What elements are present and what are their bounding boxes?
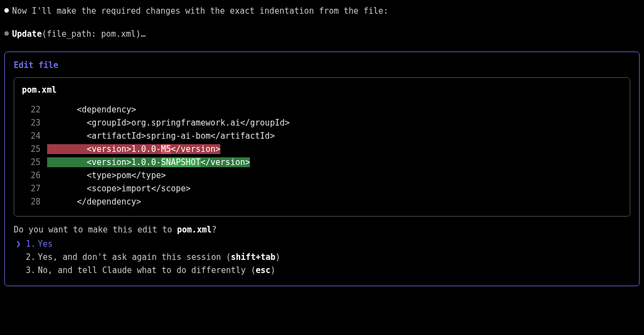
option-label: Yes xyxy=(38,237,53,251)
code-line: 27 <scope>import</scope> xyxy=(22,182,622,195)
edit-file-panel: Edit file pom.xml 22 <dependency> 23 <gr… xyxy=(4,52,640,286)
ellipsis: … xyxy=(141,29,146,39)
line-content: <dependency> xyxy=(47,103,622,116)
code-line: 26 <type>pom</type> xyxy=(22,169,622,182)
option-label: No, and tell Claude what to do different… xyxy=(38,264,275,277)
line-number: 27 xyxy=(22,182,47,195)
line-content: </dependency> xyxy=(47,195,622,208)
diff-view: pom.xml 22 <dependency> 23 <groupId>org.… xyxy=(14,77,630,217)
line-content: <type>pom</type> xyxy=(47,169,622,182)
line-content: <groupId>org.springframework.ai</groupId… xyxy=(47,116,622,129)
assistant-message: Now I'll make the required changes with … xyxy=(4,4,640,18)
line-number: 26 xyxy=(22,169,47,182)
dot-icon xyxy=(4,31,9,36)
code-line-removed: 25 <version>1.0.0-M5</version> xyxy=(22,143,622,156)
option-yes-dont-ask[interactable]: 2. Yes, and don't ask again this session… xyxy=(14,251,630,264)
panel-title: Edit file xyxy=(14,59,630,72)
tool-name: Update xyxy=(12,29,42,39)
line-number: 28 xyxy=(22,195,47,208)
removed-fragment: M5 xyxy=(161,144,171,154)
confirmation-question: Do you want to make this edit to pom.xml… xyxy=(14,223,630,236)
code-line: 23 <groupId>org.springframework.ai</grou… xyxy=(22,116,622,129)
option-yes[interactable]: ❯ 1. Yes xyxy=(14,237,630,251)
code-line-added: 25 <version>1.0.0-SNAPSHOT</version> xyxy=(22,156,622,169)
line-number: 25 xyxy=(22,143,47,156)
option-number: 2. xyxy=(26,251,36,264)
line-number: 24 xyxy=(22,129,47,143)
question-target-file: pom.xml xyxy=(177,225,212,235)
option-number: 1. xyxy=(26,237,36,251)
shortcut-key: shift+tab xyxy=(231,252,275,262)
tool-call-line: Update(file_path: pom.xml)… xyxy=(4,27,640,41)
tool-args: (file_path: pom.xml) xyxy=(42,29,141,39)
message-text: Now I'll make the required changes with … xyxy=(12,4,388,18)
option-no[interactable]: 3. No, and tell Claude what to do differ… xyxy=(14,264,630,277)
line-number: 25 xyxy=(22,156,47,169)
code-line: 24 <artifactId>spring-ai-bom</artifactId… xyxy=(22,129,622,143)
code-line: 22 <dependency> xyxy=(22,103,622,116)
option-number: 3. xyxy=(26,264,36,277)
option-label: Yes, and don't ask again this session (s… xyxy=(38,251,281,264)
tool-call-text: Update(file_path: pom.xml)… xyxy=(12,27,146,41)
dot-icon xyxy=(4,8,9,13)
line-number: 22 xyxy=(22,103,47,116)
code-line: 28 </dependency> xyxy=(22,195,622,208)
line-content: <scope>import</scope> xyxy=(47,182,622,195)
diff-filename: pom.xml xyxy=(22,83,622,96)
added-fragment: SNAPSHOT xyxy=(161,157,201,167)
line-number: 23 xyxy=(22,116,47,129)
caret-icon: ❯ xyxy=(16,237,24,251)
line-content: <version>1.0.0-SNAPSHOT</version> xyxy=(47,156,622,169)
shortcut-key: esc xyxy=(255,265,270,275)
line-content: <artifactId>spring-ai-bom</artifactId> xyxy=(47,129,622,143)
line-content: <version>1.0.0-M5</version> xyxy=(47,143,622,156)
